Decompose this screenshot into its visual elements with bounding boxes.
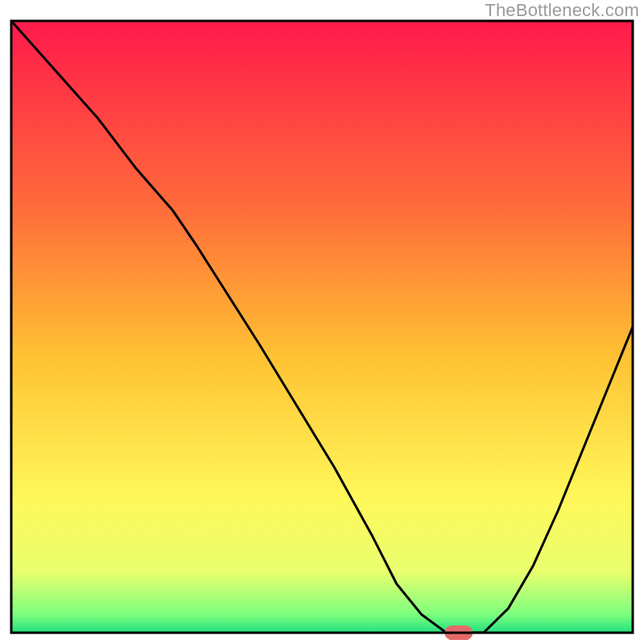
background-gradient — [11, 21, 633, 633]
watermark-text: TheBottleneck.com — [485, 0, 639, 21]
chart-svg — [0, 0, 644, 644]
chart-container: TheBottleneck.com — [0, 0, 644, 644]
plot-area — [11, 21, 633, 640]
